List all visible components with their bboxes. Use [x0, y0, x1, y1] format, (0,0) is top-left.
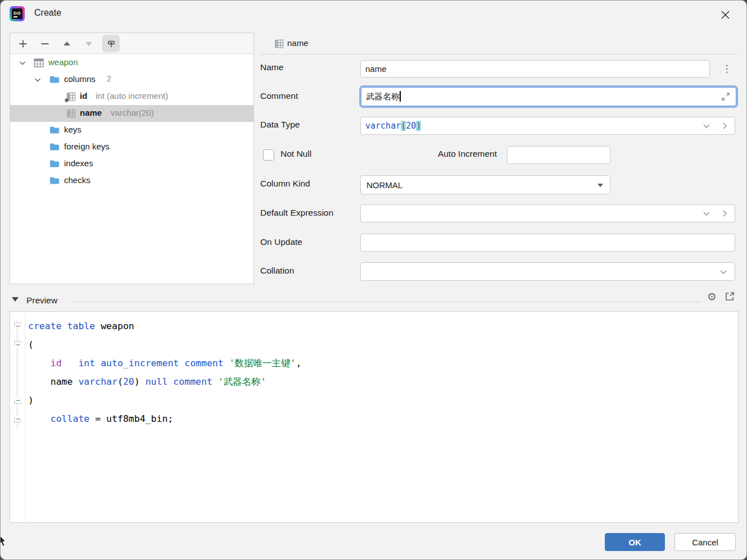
column-key-icon — [65, 92, 75, 101]
chevron-down-icon[interactable] — [33, 75, 42, 84]
chevron-right-icon[interactable] — [720, 121, 729, 130]
header-divider — [260, 54, 739, 54]
auto-increment-label: Auto Increment — [421, 149, 497, 159]
tree-rows: weapon columns 2 id int (auto increment — [10, 54, 253, 284]
tree-item-detail: int (auto increment) — [96, 91, 168, 101]
data-type-input[interactable]: varchar(20) — [360, 117, 735, 135]
default-expression-input[interactable] — [360, 204, 735, 222]
tree-toolbar — [10, 33, 253, 54]
expand-icon[interactable] — [721, 92, 730, 101]
folder-icon — [49, 160, 60, 169]
tree-item-checks[interactable]: checks — [10, 172, 253, 189]
tree-item-foreign-keys[interactable]: foreign keys — [10, 139, 253, 156]
datagrip-logo-icon: DG — [10, 6, 25, 21]
fold-marker-icon[interactable] — [14, 341, 21, 348]
column-icon — [65, 109, 75, 118]
window-title: Create — [34, 8, 61, 18]
open-in-editor-icon[interactable] — [725, 292, 735, 302]
folder-icon — [49, 143, 60, 152]
tree-item-name[interactable]: name varchar(20) — [10, 105, 253, 122]
table-icon — [34, 58, 44, 67]
collation-label: Collation — [260, 266, 294, 276]
tree-item-label: weapon — [48, 57, 78, 67]
name-label: Name — [260, 62, 283, 72]
move-up-button[interactable] — [60, 37, 74, 51]
mouse-cursor — [0, 535, 8, 547]
folder-icon — [49, 75, 60, 84]
column-icon — [273, 39, 284, 49]
preview-collapse-toggle[interactable] — [12, 297, 19, 302]
comment-label: Comment — [260, 91, 298, 101]
chevron-right-icon[interactable] — [720, 209, 729, 218]
tree-item-label: indexes — [64, 158, 93, 168]
sql-code: create table weapon( id int auto_increme… — [10, 317, 738, 428]
tree-item-detail: varchar(20) — [111, 108, 154, 117]
tree-item-columns[interactable]: columns 2 — [10, 71, 253, 88]
fold-marker-icon[interactable] — [14, 322, 21, 330]
tree-item-keys[interactable]: keys — [10, 122, 253, 139]
apply-to-editor-button[interactable] — [102, 35, 120, 52]
remove-button[interactable] — [38, 37, 52, 51]
default-expression-label: Default Expression — [260, 208, 333, 218]
comment-input[interactable]: 武器名称 — [361, 87, 736, 106]
gear-icon[interactable]: ⚙ — [707, 290, 717, 303]
move-down-button[interactable] — [82, 37, 96, 51]
not-null-checkbox[interactable] — [263, 149, 274, 161]
chevron-down-icon[interactable] — [18, 58, 27, 67]
ok-button[interactable]: OK — [605, 533, 665, 551]
tree-item-label: foreign keys — [64, 142, 110, 151]
sql-preview-editor[interactable]: create table weapon( id int auto_increme… — [10, 311, 739, 523]
tree-item-count: 2 — [107, 74, 111, 83]
auto-increment-input[interactable] — [507, 146, 610, 164]
on-update-input[interactable] — [360, 234, 735, 252]
column-kind-label: Column Kind — [260, 179, 310, 189]
tree-item-label: id — [80, 91, 87, 101]
structure-tree-panel: weapon columns 2 id int (auto increment — [10, 33, 254, 284]
preview-label: Preview — [26, 295, 57, 306]
tree-item-weapon[interactable]: weapon — [10, 54, 253, 71]
folder-icon — [49, 126, 60, 135]
tree-item-indexes[interactable]: indexes — [10, 156, 253, 172]
name-input[interactable] — [360, 60, 710, 78]
add-button[interactable] — [16, 37, 30, 51]
create-dialog: DG Create — [0, 0, 747, 560]
not-null-label: Not Null — [280, 149, 311, 159]
chevron-down-icon[interactable] — [702, 121, 711, 130]
fold-marker-icon[interactable] — [14, 397, 21, 404]
title-bar: DG Create — [1, 1, 746, 28]
folder-icon — [49, 176, 60, 185]
column-kind-select[interactable]: NORMAL — [360, 175, 610, 194]
collation-input[interactable] — [360, 262, 735, 281]
text-caret — [400, 91, 401, 102]
dropdown-arrow-icon — [597, 184, 603, 187]
tree-item-id[interactable]: id int (auto increment) — [10, 88, 253, 105]
kebab-menu-icon[interactable]: ⋮ — [721, 62, 732, 76]
data-type-label: Data Type — [260, 120, 300, 130]
on-update-label: On Update — [260, 237, 302, 247]
tree-item-label: name — [80, 108, 102, 117]
cancel-button[interactable]: Cancel — [674, 533, 736, 551]
chevron-down-icon[interactable] — [719, 267, 728, 276]
fold-marker-icon[interactable] — [14, 415, 21, 422]
preview-divider — [73, 302, 701, 302]
close-icon[interactable] — [715, 5, 735, 24]
tree-item-label: checks — [64, 175, 90, 185]
tree-item-label: columns — [64, 74, 96, 84]
form-header-title: name — [287, 38, 309, 48]
tree-item-label: keys — [64, 125, 82, 134]
chevron-down-icon[interactable] — [702, 209, 711, 218]
